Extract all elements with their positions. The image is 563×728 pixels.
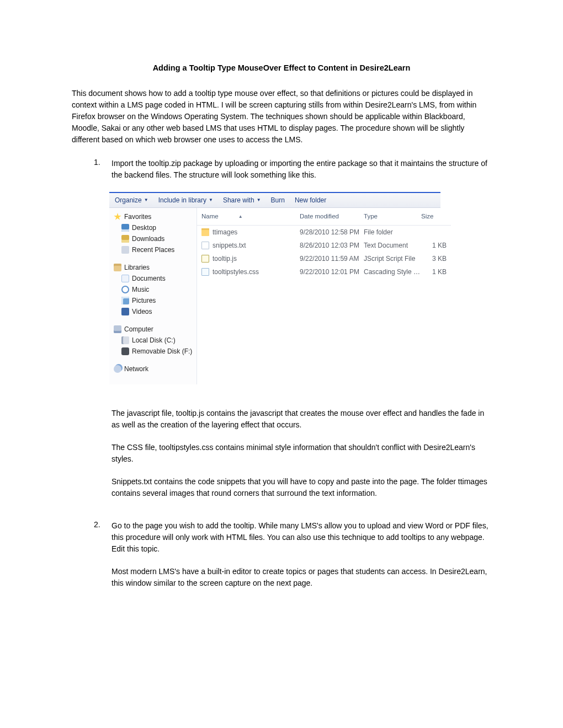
computer-icon [114, 325, 121, 333]
share-with-button[interactable]: Share with ▼ [223, 195, 261, 205]
col-name-label: Name [201, 212, 219, 221]
libraries-icon [114, 264, 121, 271]
nav-label: Desktop [132, 223, 156, 233]
list-body: Import the tooltip.zip package by upload… [111, 158, 491, 510]
col-size[interactable]: Size [421, 209, 447, 224]
nav-downloads[interactable]: Downloads [120, 233, 193, 244]
file-name: tooltip.js [213, 254, 237, 264]
nav-label: Documents [132, 274, 166, 283]
cell-name: snippets.txt [201, 240, 300, 250]
ordered-list: 1. Import the tooltip.zip package by upl… [72, 158, 491, 600]
nav-local-disk[interactable]: Local Disk (C:) [120, 335, 193, 346]
col-date[interactable]: Date modified [300, 209, 364, 224]
cell-size: 1 KB [421, 240, 447, 250]
nav-documents[interactable]: Documents [120, 273, 193, 284]
text-file-icon [201, 242, 209, 249]
step-text: Import the tooltip.zip package by upload… [111, 158, 491, 181]
cell-size: 1 KB [421, 267, 447, 277]
col-type[interactable]: Type [364, 209, 421, 224]
organize-label: Organize [115, 195, 142, 205]
step-followup-paragraph: Snippets.txt contains the code snippets … [111, 476, 491, 499]
step-followup-paragraph: The CSS file, tooltipstyles.css contains… [111, 442, 491, 465]
cell-type: Text Document [364, 240, 421, 250]
css-file-icon [201, 268, 209, 276]
nav-section-computer: Computer Local Disk (C:) Re [113, 324, 193, 357]
nav-computer[interactable]: Computer [113, 324, 193, 335]
share-label: Share with [223, 195, 254, 205]
nav-videos[interactable]: Videos [120, 306, 193, 317]
nav-section-network: Network [113, 363, 193, 374]
cell-date: 8/26/2010 12:03 PM [300, 240, 364, 250]
include-library-button[interactable]: Include in library ▼ [158, 195, 213, 205]
nav-label: Local Disk (C:) [132, 335, 176, 345]
table-row[interactable]: tooltipstyles.css 9/22/2010 12:01 PM Cas… [197, 265, 451, 279]
cell-size: 3 KB [421, 254, 447, 264]
nav-section-libraries: Libraries Documents Music [113, 262, 193, 317]
document-title: Adding a Tooltip Type MouseOver Effect t… [72, 63, 491, 72]
file-name: ttimages [213, 227, 237, 237]
table-row[interactable]: tooltip.js 9/22/2010 11:59 AM JScript Sc… [197, 252, 451, 265]
cell-name: tooltipstyles.css [201, 267, 300, 277]
burn-label: Burn [271, 195, 285, 205]
nav-label: Libraries [124, 263, 150, 272]
table-row[interactable]: snippets.txt 8/26/2010 12:03 PM Text Doc… [197, 239, 451, 252]
documents-icon [121, 275, 129, 282]
desktop-icon [121, 224, 129, 232]
nav-label: Downloads [132, 234, 164, 244]
nav-label: Network [124, 364, 148, 374]
nav-label: Pictures [132, 296, 156, 306]
column-headers: Name ▲ Date modified Type Size [197, 208, 451, 226]
nav-section-favorites: Favorites Desktop Downloads [113, 211, 193, 255]
list-item: 2. Go to the page you wish to add the to… [94, 520, 491, 600]
explorer-body: Favorites Desktop Downloads [109, 208, 440, 384]
explorer-nav-pane: Favorites Desktop Downloads [109, 208, 197, 384]
cell-type: File folder [364, 227, 421, 237]
step-followup-paragraph: The javascript file, tooltip.js contains… [111, 408, 491, 431]
chevron-down-icon: ▼ [257, 197, 261, 204]
new-folder-button[interactable]: New folder [295, 195, 326, 205]
nav-desktop[interactable]: Desktop [120, 222, 193, 233]
nav-network[interactable]: Network [113, 363, 193, 374]
nav-libraries[interactable]: Libraries [113, 262, 193, 273]
folder-icon [201, 228, 209, 236]
nav-favorites[interactable]: Favorites [113, 211, 193, 222]
nav-removable-disk[interactable]: Removable Disk (F:) [120, 346, 193, 357]
cell-date: 9/28/2010 12:58 PM [300, 227, 364, 237]
nav-recent-places[interactable]: Recent Places [120, 244, 193, 255]
organize-button[interactable]: Organize ▼ [115, 195, 148, 205]
include-label: Include in library [158, 195, 206, 205]
file-list: Name ▲ Date modified Type Size t [197, 208, 451, 384]
nav-label: Videos [132, 307, 152, 317]
videos-icon [121, 308, 129, 315]
cell-type: JScript Script File [364, 254, 421, 264]
chevron-down-icon: ▼ [209, 197, 213, 204]
cell-type: Cascading Style S... [364, 267, 421, 277]
intro-paragraph: This document shows how to add a tooltip… [72, 88, 491, 146]
cell-name: tooltip.js [201, 254, 300, 264]
pictures-icon [121, 297, 129, 304]
cell-date: 9/22/2010 12:01 PM [300, 267, 364, 277]
list-body: Go to the page you wish to add the toolt… [111, 520, 491, 600]
nav-label: Removable Disk (F:) [132, 346, 192, 356]
explorer-window: Organize ▼ Include in library ▼ Share wi… [109, 192, 440, 384]
nav-music[interactable]: Music [120, 284, 193, 295]
disk-icon [121, 336, 129, 344]
nav-label: Computer [124, 324, 153, 334]
downloads-icon [121, 235, 129, 243]
star-icon [114, 213, 121, 221]
network-icon [114, 365, 121, 373]
document-page: Adding a Tooltip Type MouseOver Effect t… [0, 0, 563, 643]
burn-button[interactable]: Burn [271, 195, 285, 205]
recent-icon [121, 246, 129, 254]
nav-label: Recent Places [132, 245, 174, 255]
table-row[interactable]: ttimages 9/28/2010 12:58 PM File folder [197, 226, 451, 239]
removable-disk-icon [121, 347, 129, 355]
chevron-down-icon: ▼ [144, 197, 148, 204]
nav-pictures[interactable]: Pictures [120, 295, 193, 306]
step-followup-paragraph: Most modern LMS's have a built-in editor… [111, 566, 491, 589]
col-name[interactable]: Name ▲ [201, 209, 300, 224]
list-number: 2. [94, 520, 111, 600]
nav-label: Music [132, 285, 149, 295]
music-icon [121, 286, 129, 293]
nav-label: Favorites [124, 212, 151, 222]
